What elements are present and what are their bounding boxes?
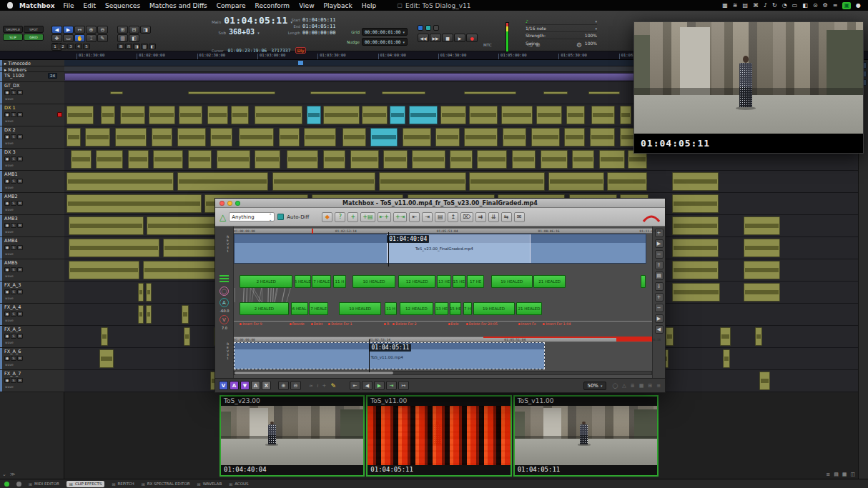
audio-clip[interactable]: [744, 283, 780, 302]
target-clip[interactable]: 01:04:05:11 ToS_v11.00.mp4: [234, 342, 545, 369]
track-header[interactable]: AMB2●SMwave: [0, 193, 64, 215]
edit-marker[interactable]: Insert For 9: [240, 322, 262, 326]
tool-button[interactable]: ⊞: [117, 26, 128, 34]
record-enable-button[interactable]: ●: [4, 312, 10, 317]
solo-button[interactable]: S: [11, 90, 16, 95]
tool-button[interactable]: ▥: [117, 34, 128, 42]
record-enable-button[interactable]: ●: [4, 334, 10, 339]
tool-button[interactable]: ✥: [51, 34, 62, 42]
record-button[interactable]: ●: [466, 34, 478, 42]
track-name[interactable]: DX 3: [4, 149, 16, 155]
tool-button[interactable]: ⊖: [97, 26, 108, 34]
selection-length[interactable]: 00:00:00:00: [302, 30, 335, 36]
track-name[interactable]: TS_1100: [4, 73, 24, 79]
mute-track-toggle[interactable]: X: [262, 381, 271, 390]
audio-clip[interactable]: [607, 172, 647, 191]
track-name[interactable]: AMB5: [4, 260, 18, 266]
audio-clip[interactable]: [672, 194, 718, 213]
track-view-label[interactable]: wave: [5, 186, 14, 189]
track-header[interactable]: FX_A_5●SMwave: [0, 326, 64, 348]
edit-marker[interactable]: Delete For 2: [393, 322, 416, 326]
audio-clip[interactable]: [310, 91, 366, 95]
mute-button[interactable]: M: [17, 334, 23, 339]
next-match-button[interactable]: ⇥: [422, 212, 433, 222]
nav-button[interactable]: ⇥: [386, 381, 397, 390]
gain-value[interactable]: -60.0: [217, 309, 232, 313]
audio-clip[interactable]: [469, 172, 544, 191]
menu-icon[interactable]: [220, 275, 229, 282]
gear-icon[interactable]: ⚙: [576, 41, 582, 49]
app-menu[interactable]: Matchbox: [19, 2, 55, 9]
audio-clip[interactable]: [66, 172, 174, 191]
healed-match-block[interactable]: 6 HEALE: [295, 275, 311, 288]
edit-marker[interactable]: Insert Fo: [518, 322, 536, 326]
dock-item[interactable]: ⊞ACOUS: [229, 482, 248, 487]
solo-button[interactable]: S: [11, 134, 16, 139]
sync-icon[interactable]: ↻: [772, 2, 777, 9]
rail-button[interactable]: ▶: [655, 314, 664, 323]
mute-button[interactable]: M: [17, 378, 23, 383]
audio-clip[interactable]: [723, 349, 730, 368]
healed-match-block[interactable]: 17 HE: [463, 302, 472, 315]
footer-icon[interactable]: ▦: [638, 383, 645, 389]
audio-clip[interactable]: [85, 128, 111, 146]
audio-clip[interactable]: [120, 106, 146, 124]
track-header[interactable]: AMB1●SMwave: [0, 171, 64, 193]
record-enable-button[interactable]: ●: [4, 223, 10, 228]
audio-badge-icon[interactable]: A: [220, 298, 229, 307]
record-enable-button[interactable]: ●: [4, 201, 10, 206]
mute-button[interactable]: M: [17, 134, 23, 139]
track-name[interactable]: ▸ Markers: [4, 67, 26, 72]
transport-button[interactable]: ▶: [454, 34, 465, 42]
autodiff-checkbox[interactable]: [277, 214, 284, 220]
audio-clip[interactable]: [382, 91, 425, 95]
audio-clip[interactable]: [66, 194, 202, 213]
audio-clip[interactable]: [379, 172, 466, 191]
healed-match-block[interactable]: 6 HEAL: [291, 302, 308, 315]
export-button[interactable]: ↥: [448, 212, 458, 222]
tool-button[interactable]: ✋: [74, 34, 85, 42]
list-icon[interactable]: ≡: [833, 2, 838, 9]
audio-clip[interactable]: [672, 172, 718, 191]
track-name[interactable]: FX_A_5: [4, 327, 21, 332]
mute-button[interactable]: M: [17, 223, 23, 228]
audio-clip[interactable]: [255, 106, 302, 124]
track-view-label[interactable]: wave: [5, 363, 14, 367]
track-view-label[interactable]: wave: [5, 341, 14, 344]
track-view-label[interactable]: wave: [5, 274, 14, 278]
dock-item[interactable]: ⊞CLIP EFFECTS: [66, 481, 105, 487]
track-view-label[interactable]: wave: [5, 297, 14, 300]
track-view-label[interactable]: wave: [5, 141, 14, 145]
audio-clip[interactable]: [323, 106, 360, 124]
record-enable-button[interactable]: ●: [4, 90, 10, 95]
clock-icon[interactable]: ◔: [782, 2, 787, 9]
healed-match-block[interactable]: 21 HEALED: [533, 275, 565, 288]
selection-end[interactable]: 01:04:05:11: [302, 24, 335, 29]
edit-mode-button[interactable]: GRID: [24, 34, 44, 41]
healed-match-block[interactable]: 12 HEALED: [400, 302, 433, 315]
tool-button[interactable]: ✎: [97, 34, 108, 42]
split-button[interactable]: ⇉: [475, 212, 486, 222]
track-header[interactable]: AMB3●SMwave: [0, 215, 64, 237]
tool-button[interactable]: ⊟: [129, 26, 139, 34]
tool-button[interactable]: ⊕: [86, 26, 97, 34]
audio-clip[interactable]: [96, 150, 123, 169]
corner-left-icons[interactable]: ⌄≫: [2, 472, 15, 477]
audio-clip[interactable]: [435, 128, 459, 146]
audio-clip[interactable]: [566, 106, 586, 124]
video-track-toggle[interactable]: V: [219, 381, 228, 390]
audio-clip[interactable]: [672, 216, 718, 235]
track-header[interactable]: FX_A_3●SMwave: [0, 282, 64, 304]
track-header[interactable]: FX_A_6●SMwave: [0, 348, 64, 370]
track-lane[interactable]: [64, 171, 858, 193]
audio-clip[interactable]: [153, 150, 183, 169]
audio-clip[interactable]: [390, 106, 405, 124]
nav-button[interactable]: ↦: [398, 381, 409, 390]
track-header[interactable]: AMB4●SMwave: [0, 237, 64, 259]
audio-clip[interactable]: [143, 261, 218, 279]
nudge-value[interactable]: 00:00:00:01:00▾: [362, 38, 408, 46]
mail-button[interactable]: ✉: [514, 212, 525, 222]
drive-icon[interactable]: ◧: [802, 2, 808, 9]
audio-clip[interactable]: [620, 106, 631, 124]
dock-item[interactable]: ⊞WAVELAB: [197, 482, 222, 487]
